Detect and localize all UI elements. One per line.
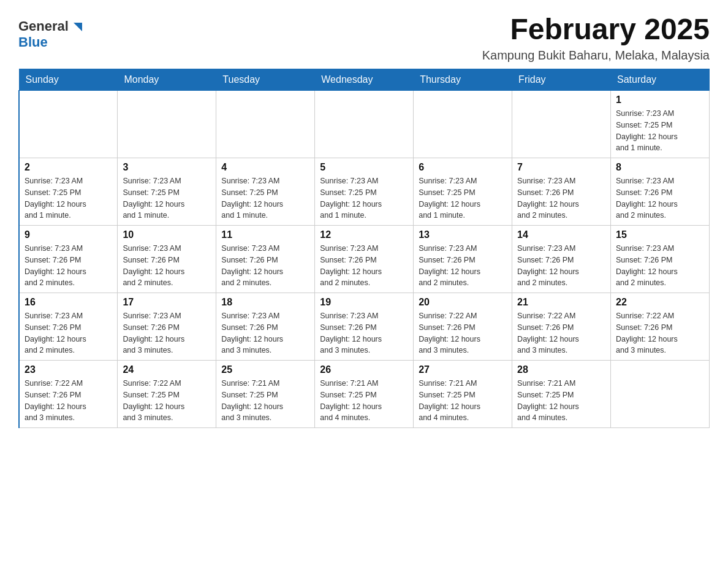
day-number: 14 xyxy=(517,229,605,240)
day-header-saturday: Saturday xyxy=(611,69,710,91)
day-cell: 12Sunrise: 7:23 AM Sunset: 7:26 PM Dayli… xyxy=(315,226,414,293)
day-info: Sunrise: 7:23 AM Sunset: 7:26 PM Dayligh… xyxy=(320,243,408,289)
day-cell: 6Sunrise: 7:23 AM Sunset: 7:25 PM Daylig… xyxy=(414,158,512,226)
day-number: 13 xyxy=(419,229,507,240)
day-cell: 1Sunrise: 7:23 AM Sunset: 7:25 PM Daylig… xyxy=(611,91,710,158)
day-info: Sunrise: 7:22 AM Sunset: 7:26 PM Dayligh… xyxy=(25,378,112,424)
day-info: Sunrise: 7:23 AM Sunset: 7:26 PM Dayligh… xyxy=(123,310,211,356)
calendar-table: SundayMondayTuesdayWednesdayThursdayFrid… xyxy=(18,69,710,428)
day-cell: 3Sunrise: 7:23 AM Sunset: 7:25 PM Daylig… xyxy=(118,158,216,226)
day-header-wednesday: Wednesday xyxy=(315,69,414,91)
header-row: SundayMondayTuesdayWednesdayThursdayFrid… xyxy=(19,69,710,91)
day-header-sunday: Sunday xyxy=(19,69,118,91)
week-row-1: 1Sunrise: 7:23 AM Sunset: 7:25 PM Daylig… xyxy=(19,91,710,158)
day-info: Sunrise: 7:23 AM Sunset: 7:26 PM Dayligh… xyxy=(221,243,309,289)
day-info: Sunrise: 7:22 AM Sunset: 7:25 PM Dayligh… xyxy=(123,378,211,424)
day-cell: 15Sunrise: 7:23 AM Sunset: 7:26 PM Dayli… xyxy=(611,226,710,293)
day-info: Sunrise: 7:21 AM Sunset: 7:25 PM Dayligh… xyxy=(517,378,605,424)
day-number: 11 xyxy=(221,229,309,240)
day-info: Sunrise: 7:23 AM Sunset: 7:26 PM Dayligh… xyxy=(221,310,309,356)
day-info: Sunrise: 7:23 AM Sunset: 7:26 PM Dayligh… xyxy=(419,243,507,289)
day-cell: 21Sunrise: 7:22 AM Sunset: 7:26 PM Dayli… xyxy=(512,293,611,361)
day-number: 22 xyxy=(616,297,704,308)
day-header-friday: Friday xyxy=(512,69,611,91)
day-cell: 19Sunrise: 7:23 AM Sunset: 7:26 PM Dayli… xyxy=(315,293,414,361)
day-cell: 27Sunrise: 7:21 AM Sunset: 7:25 PM Dayli… xyxy=(414,361,512,428)
day-info: Sunrise: 7:21 AM Sunset: 7:25 PM Dayligh… xyxy=(419,378,507,424)
day-info: Sunrise: 7:23 AM Sunset: 7:26 PM Dayligh… xyxy=(123,243,211,289)
day-cell xyxy=(315,91,414,158)
day-cell: 16Sunrise: 7:23 AM Sunset: 7:26 PM Dayli… xyxy=(19,293,118,361)
day-cell: 26Sunrise: 7:21 AM Sunset: 7:25 PM Dayli… xyxy=(315,361,414,428)
day-info: Sunrise: 7:23 AM Sunset: 7:26 PM Dayligh… xyxy=(25,243,112,289)
day-info: Sunrise: 7:22 AM Sunset: 7:26 PM Dayligh… xyxy=(517,310,605,356)
day-info: Sunrise: 7:23 AM Sunset: 7:25 PM Dayligh… xyxy=(25,175,112,221)
day-cell: 18Sunrise: 7:23 AM Sunset: 7:26 PM Dayli… xyxy=(216,293,315,361)
day-info: Sunrise: 7:23 AM Sunset: 7:26 PM Dayligh… xyxy=(517,243,605,289)
day-number: 23 xyxy=(25,364,112,375)
day-cell: 9Sunrise: 7:23 AM Sunset: 7:26 PM Daylig… xyxy=(19,226,118,293)
title-area: February 2025 Kampung Bukit Baharu, Mela… xyxy=(482,12,710,63)
day-info: Sunrise: 7:23 AM Sunset: 7:26 PM Dayligh… xyxy=(517,175,605,221)
day-cell: 28Sunrise: 7:21 AM Sunset: 7:25 PM Dayli… xyxy=(512,361,611,428)
day-cell: 20Sunrise: 7:22 AM Sunset: 7:26 PM Dayli… xyxy=(414,293,512,361)
week-row-4: 16Sunrise: 7:23 AM Sunset: 7:26 PM Dayli… xyxy=(19,293,710,361)
day-info: Sunrise: 7:23 AM Sunset: 7:25 PM Dayligh… xyxy=(123,175,211,221)
day-info: Sunrise: 7:23 AM Sunset: 7:26 PM Dayligh… xyxy=(616,243,704,289)
day-header-monday: Monday xyxy=(118,69,216,91)
day-cell: 17Sunrise: 7:23 AM Sunset: 7:26 PM Dayli… xyxy=(118,293,216,361)
day-info: Sunrise: 7:22 AM Sunset: 7:26 PM Dayligh… xyxy=(616,310,704,356)
day-number: 27 xyxy=(419,364,507,375)
day-cell xyxy=(611,361,710,428)
day-cell: 10Sunrise: 7:23 AM Sunset: 7:26 PM Dayli… xyxy=(118,226,216,293)
week-row-3: 9Sunrise: 7:23 AM Sunset: 7:26 PM Daylig… xyxy=(19,226,710,293)
week-row-2: 2Sunrise: 7:23 AM Sunset: 7:25 PM Daylig… xyxy=(19,158,710,226)
day-number: 8 xyxy=(616,162,704,173)
day-info: Sunrise: 7:23 AM Sunset: 7:26 PM Dayligh… xyxy=(25,310,112,356)
month-title: February 2025 xyxy=(482,12,710,46)
logo: General Blue xyxy=(18,12,83,50)
day-number: 21 xyxy=(517,297,605,308)
day-number: 24 xyxy=(123,364,211,375)
day-cell: 7Sunrise: 7:23 AM Sunset: 7:26 PM Daylig… xyxy=(512,158,611,226)
day-number: 12 xyxy=(320,229,408,240)
day-number: 3 xyxy=(123,162,211,173)
day-number: 4 xyxy=(221,162,309,173)
logo-blue-text: Blue xyxy=(18,34,48,50)
day-info: Sunrise: 7:23 AM Sunset: 7:25 PM Dayligh… xyxy=(419,175,507,221)
day-cell: 14Sunrise: 7:23 AM Sunset: 7:26 PM Dayli… xyxy=(512,226,611,293)
day-number: 10 xyxy=(123,229,211,240)
day-info: Sunrise: 7:22 AM Sunset: 7:26 PM Dayligh… xyxy=(419,310,507,356)
day-number: 7 xyxy=(517,162,605,173)
day-header-tuesday: Tuesday xyxy=(216,69,315,91)
day-number: 25 xyxy=(221,364,309,375)
day-cell: 11Sunrise: 7:23 AM Sunset: 7:26 PM Dayli… xyxy=(216,226,315,293)
logo-general-text: General xyxy=(18,18,69,34)
day-cell: 25Sunrise: 7:21 AM Sunset: 7:25 PM Dayli… xyxy=(216,361,315,428)
day-cell: 2Sunrise: 7:23 AM Sunset: 7:25 PM Daylig… xyxy=(19,158,118,226)
day-cell: 4Sunrise: 7:23 AM Sunset: 7:25 PM Daylig… xyxy=(216,158,315,226)
day-cell: 22Sunrise: 7:22 AM Sunset: 7:26 PM Dayli… xyxy=(611,293,710,361)
day-cell xyxy=(19,91,118,158)
logo-triangle-icon xyxy=(70,20,83,34)
day-number: 19 xyxy=(320,297,408,308)
day-info: Sunrise: 7:21 AM Sunset: 7:25 PM Dayligh… xyxy=(221,378,309,424)
day-cell xyxy=(216,91,315,158)
day-cell xyxy=(512,91,611,158)
day-number: 9 xyxy=(25,229,112,240)
day-info: Sunrise: 7:23 AM Sunset: 7:26 PM Dayligh… xyxy=(320,310,408,356)
day-info: Sunrise: 7:23 AM Sunset: 7:25 PM Dayligh… xyxy=(221,175,309,221)
day-cell: 24Sunrise: 7:22 AM Sunset: 7:25 PM Dayli… xyxy=(118,361,216,428)
day-number: 16 xyxy=(25,297,112,308)
day-cell: 8Sunrise: 7:23 AM Sunset: 7:26 PM Daylig… xyxy=(611,158,710,226)
day-number: 15 xyxy=(616,229,704,240)
day-info: Sunrise: 7:21 AM Sunset: 7:25 PM Dayligh… xyxy=(320,378,408,424)
day-number: 2 xyxy=(25,162,112,173)
week-row-5: 23Sunrise: 7:22 AM Sunset: 7:26 PM Dayli… xyxy=(19,361,710,428)
location-title: Kampung Bukit Baharu, Melaka, Malaysia xyxy=(482,48,710,63)
day-cell: 23Sunrise: 7:22 AM Sunset: 7:26 PM Dayli… xyxy=(19,361,118,428)
day-number: 5 xyxy=(320,162,408,173)
day-info: Sunrise: 7:23 AM Sunset: 7:25 PM Dayligh… xyxy=(320,175,408,221)
day-header-thursday: Thursday xyxy=(414,69,512,91)
day-cell xyxy=(414,91,512,158)
